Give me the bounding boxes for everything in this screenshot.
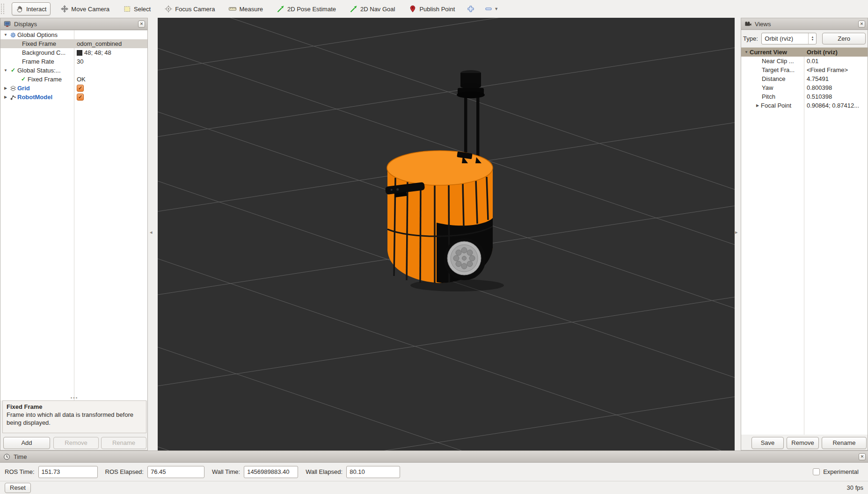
tool-move-camera[interactable]: Move Camera bbox=[57, 3, 113, 15]
status-bar: Reset 30 fps bbox=[0, 481, 868, 494]
help-splitter-handle[interactable]: ••• bbox=[0, 396, 148, 400]
right-splitter-handle[interactable]: ▸ bbox=[735, 229, 738, 235]
view-type-combobox[interactable]: Orbit (rviz) ▲▼ bbox=[761, 33, 817, 44]
time-fields-row: ROS Time: ROS Elapsed: Wall Time: Wall E… bbox=[0, 463, 868, 481]
displays-titlebar[interactable]: Displays ✕ bbox=[0, 18, 147, 30]
row-value[interactable]: 48; 48; 48 bbox=[74, 48, 147, 57]
row-value[interactable]: 0.01 bbox=[804, 57, 868, 65]
experimental-checkbox[interactable] bbox=[813, 468, 820, 475]
save-button[interactable]: Save bbox=[751, 437, 784, 449]
tool-select[interactable]: Select bbox=[120, 3, 154, 15]
robotmodel-enabled-checkbox[interactable]: ✓ bbox=[77, 94, 84, 101]
row-value[interactable]: <Fixed Frame> bbox=[804, 65, 868, 74]
ros-time-label: ROS Time: bbox=[5, 468, 35, 475]
row-value bbox=[74, 66, 147, 75]
time-titlebar[interactable]: Time ✕ bbox=[0, 451, 868, 463]
row-label: Background C... bbox=[22, 48, 66, 57]
tool-2d-nav-goal[interactable]: 2D Nav Goal bbox=[346, 3, 399, 15]
monitor-icon bbox=[3, 21, 11, 28]
robot-model bbox=[385, 70, 504, 291]
ros-time-input[interactable] bbox=[38, 466, 98, 478]
row-value[interactable]: 4.75491 bbox=[804, 74, 868, 83]
tree-row-target-frame[interactable]: Target Fra... <Fixed Frame> bbox=[741, 65, 868, 74]
tool-publish-point[interactable]: Publish Point bbox=[405, 3, 459, 15]
panel-title: Displays bbox=[14, 21, 135, 28]
remove-button[interactable]: Remove bbox=[787, 437, 819, 449]
tree-row-fixed-frame[interactable]: Fixed Frame odom_combined bbox=[0, 39, 147, 48]
left-splitter-handle[interactable]: ◂ bbox=[150, 229, 153, 235]
tool-2d-pose-estimate[interactable]: 2D Pose Estimate bbox=[273, 3, 340, 15]
wall-elapsed-input[interactable] bbox=[346, 466, 400, 478]
row-label: Focal Point bbox=[761, 101, 791, 110]
add-tool-button[interactable] bbox=[465, 3, 476, 15]
grid-enabled-checkbox[interactable]: ✓ bbox=[77, 85, 84, 92]
tree-row-global-status[interactable]: ▼ ✓ Global Status:... bbox=[0, 66, 147, 75]
experimental-label: Experimental bbox=[823, 468, 859, 475]
row-label: Target Fra... bbox=[762, 65, 795, 74]
tree-row-current-view[interactable]: ▼ Current View Orbit (rviz) bbox=[741, 48, 868, 57]
rename-button[interactable]: Rename bbox=[101, 437, 146, 449]
expander-icon[interactable]: ▶ bbox=[2, 93, 9, 102]
expander-icon[interactable]: ▶ bbox=[2, 84, 9, 93]
tree-row-yaw[interactable]: Yaw 0.800398 bbox=[741, 83, 868, 92]
remove-tool-button[interactable]: ▼ bbox=[483, 3, 500, 15]
row-label: Current View bbox=[750, 48, 787, 57]
3d-viewport[interactable] bbox=[158, 18, 735, 450]
tree-row-near-clip[interactable]: Near Clip ... 0.01 bbox=[741, 57, 868, 65]
ros-elapsed-label: ROS Elapsed: bbox=[105, 468, 144, 475]
tool-interact[interactable]: Interact bbox=[12, 2, 51, 15]
row-value[interactable]: 0.800398 bbox=[804, 83, 868, 92]
gear-icon bbox=[9, 32, 17, 38]
remove-button[interactable]: Remove bbox=[53, 437, 99, 449]
close-icon[interactable]: ✕ bbox=[138, 21, 145, 28]
tree-row-global-options[interactable]: ▼ Global Options bbox=[0, 30, 147, 39]
row-value[interactable]: 30 bbox=[74, 57, 147, 66]
help-title: Fixed Frame bbox=[7, 403, 142, 411]
close-icon[interactable]: ✕ bbox=[858, 21, 865, 28]
expander-icon[interactable]: ▼ bbox=[743, 48, 750, 57]
wall-time-input[interactable] bbox=[244, 466, 298, 478]
plus-icon bbox=[467, 5, 474, 13]
views-titlebar[interactable]: Views ✕ bbox=[741, 18, 868, 30]
expander-icon[interactable]: ▼ bbox=[2, 66, 9, 75]
tree-row-grid[interactable]: ▶ Grid ✓ bbox=[0, 84, 147, 93]
tool-measure[interactable]: Measure bbox=[225, 3, 267, 15]
row-value bbox=[74, 30, 147, 39]
combo-value: Orbit (rviz) bbox=[762, 35, 808, 42]
expander-icon[interactable]: ▼ bbox=[2, 30, 9, 39]
expander-icon[interactable]: ▶ bbox=[754, 101, 761, 110]
row-value[interactable]: 0.510398 bbox=[804, 92, 868, 101]
spinner-arrows-icon[interactable]: ▲▼ bbox=[808, 33, 816, 44]
row-value[interactable]: odom_combined bbox=[74, 39, 147, 48]
select-box-icon bbox=[124, 5, 131, 13]
row-value: ✓ bbox=[74, 84, 147, 93]
color-swatch bbox=[77, 50, 82, 56]
toolbar-drag-handle[interactable] bbox=[1, 4, 4, 14]
tree-row-robotmodel[interactable]: ▶ RobotModel ✓ bbox=[0, 93, 147, 102]
tree-row-focal-point[interactable]: ▶ Focal Point 0.90864; 0.87412... bbox=[741, 101, 868, 110]
tool-label: Publish Point bbox=[419, 6, 455, 13]
status-ok-check-icon: ✓ bbox=[19, 75, 28, 84]
close-icon[interactable]: ✕ bbox=[859, 453, 866, 460]
panel-title: Time bbox=[14, 453, 856, 460]
nav-goal-arrow-icon bbox=[350, 5, 357, 13]
row-value[interactable]: 0.90864; 0.87412... bbox=[804, 101, 868, 110]
chevron-down-icon[interactable]: ▼ bbox=[494, 7, 498, 11]
toolbar: Interact Move Camera Select Focus Camera… bbox=[0, 0, 868, 18]
wall-time-label: Wall Time: bbox=[212, 468, 240, 475]
tree-row-frame-rate[interactable]: Frame Rate 30 bbox=[0, 57, 147, 66]
3d-scene bbox=[158, 18, 735, 450]
views-tree: ▼ Current View Orbit (rviz) Near Clip ..… bbox=[741, 47, 868, 435]
tool-focus-camera[interactable]: Focus Camera bbox=[161, 3, 219, 15]
ros-elapsed-input[interactable] bbox=[147, 466, 204, 478]
status-ok-check-icon: ✓ bbox=[9, 66, 17, 75]
tree-row-fixed-frame-status[interactable]: ✓ Fixed Frame OK bbox=[0, 75, 147, 84]
tree-row-distance[interactable]: Distance 4.75491 bbox=[741, 74, 868, 83]
reset-button[interactable]: Reset bbox=[5, 483, 31, 493]
zero-button[interactable]: Zero bbox=[822, 33, 866, 44]
row-label: RobotModel bbox=[17, 93, 52, 102]
rename-button[interactable]: Rename bbox=[822, 437, 867, 449]
add-button[interactable]: Add bbox=[3, 437, 50, 449]
tree-row-pitch[interactable]: Pitch 0.510398 bbox=[741, 92, 868, 101]
tree-row-background-color[interactable]: Background C... 48; 48; 48 bbox=[0, 48, 147, 57]
